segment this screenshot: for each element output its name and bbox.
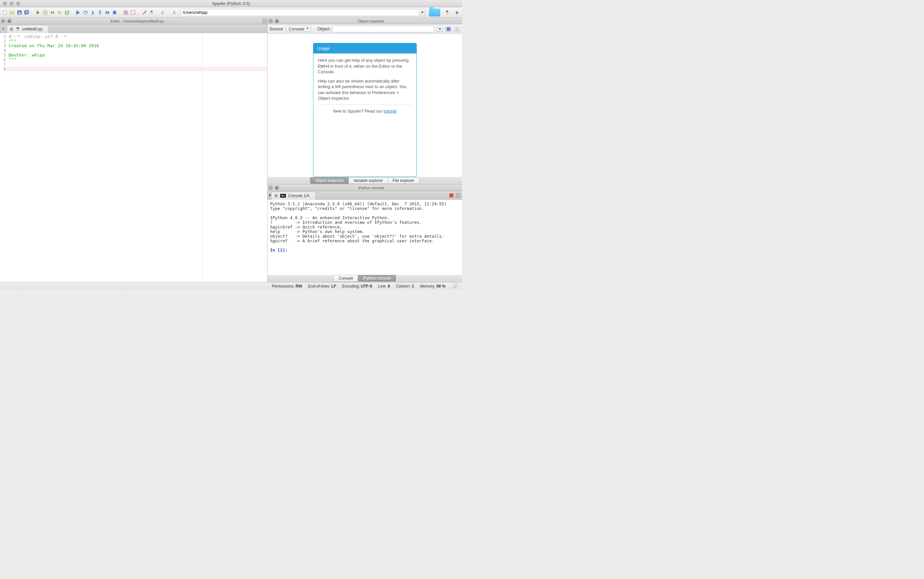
editor-pane-title: Editor - /Users/whipp/untitled0.py — [13, 19, 262, 23]
inspector-source-bar: Source Console Object — [267, 25, 462, 34]
status-column-label: Column: — [396, 284, 411, 288]
svg-point-7 — [85, 13, 86, 15]
back-icon[interactable] — [160, 10, 166, 16]
status-permissions-value: RW — [296, 284, 302, 288]
tutorial-link[interactable]: tutorial — [384, 109, 396, 114]
main-toolbar — [0, 7, 462, 18]
run-cell-advance-icon[interactable] — [49, 10, 56, 16]
pane-options-icon[interactable]: ◐ — [275, 19, 279, 23]
tab-console[interactable]: Console — [334, 275, 358, 281]
svg-point-8 — [92, 13, 93, 15]
close-tab-icon[interactable]: × — [10, 27, 13, 31]
object-dropdown-icon[interactable] — [437, 26, 443, 32]
console-tab-label: Console 1/A — [288, 193, 310, 198]
editor-tab[interactable]: × untitled0.py — [7, 25, 49, 33]
resize-grip-icon[interactable] — [453, 284, 457, 288]
run-icon[interactable] — [35, 10, 41, 16]
console-prompt: In [1]: — [270, 248, 290, 252]
tab-list-icon[interactable]: ▾ — [269, 193, 271, 198]
source-select[interactable]: Console — [286, 26, 311, 32]
console-output[interactable]: Python 3.5.1 |Anaconda 2.5.0 (x86_64)| (… — [267, 200, 462, 275]
line-gutter: 1 2 3 4 5 6 7 8 — [0, 33, 7, 282]
inspector-options-icon[interactable] — [454, 26, 460, 32]
pane-close-icon[interactable]: × — [269, 185, 273, 190]
status-permissions-label: Permissions: — [272, 284, 295, 288]
tab-variable-explorer[interactable]: Variable explorer — [349, 177, 388, 184]
svg-rect-15 — [456, 13, 458, 14]
browse-folder-icon[interactable] — [429, 8, 440, 16]
status-bar: Permissions: RW End-of-lines: LF Encodin… — [0, 282, 462, 290]
ipython-icon: IP: — [280, 194, 286, 198]
tab-file-explorer[interactable]: File explorer — [388, 177, 419, 184]
parent-dir-icon[interactable] — [454, 10, 460, 16]
svg-rect-4 — [25, 10, 29, 13]
step-over-icon[interactable] — [83, 10, 88, 16]
usage-card: Usage Here you can get help of any objec… — [313, 43, 417, 177]
save-icon[interactable] — [16, 10, 23, 16]
window-zoom-button[interactable] — [16, 2, 20, 6]
open-file-icon[interactable] — [9, 10, 15, 16]
svg-point-9 — [99, 10, 101, 11]
save-help-icon[interactable] — [446, 26, 451, 32]
console-tab[interactable]: × IP: Console 1/A — [271, 192, 316, 200]
tab-ipython-console[interactable]: IPython console — [358, 275, 396, 281]
fullscreen-icon[interactable] — [130, 10, 136, 16]
inspector-pane-header: × ◐ Object inspector — [267, 18, 462, 25]
status-memory-label: Memory: — [420, 284, 436, 288]
svg-rect-0 — [3, 11, 6, 15]
pane-menu-icon[interactable] — [262, 18, 267, 24]
editor-pane-header: × ◐ Editor - /Users/whipp/untitled0.py — [0, 18, 267, 25]
svg-rect-10 — [113, 11, 116, 14]
run-selection-icon[interactable] — [57, 10, 63, 16]
maximize-pane-icon[interactable] — [123, 10, 129, 16]
object-input[interactable] — [332, 26, 434, 32]
console-tab-switcher: Console IPython console — [267, 275, 462, 282]
stop-debug-icon[interactable] — [111, 10, 118, 16]
rerun-icon[interactable] — [64, 10, 70, 16]
step-out-icon[interactable] — [97, 10, 103, 16]
editor-tabstrip: ▾ × untitled0.py — [0, 25, 267, 33]
titlebar: Spyder (Python 3.5) — [0, 0, 462, 7]
close-tab-icon[interactable]: × — [274, 194, 278, 198]
code-area[interactable]: # -*- coding: utf-8 -*- """ Created on T… — [7, 33, 267, 282]
tab-object-inspector[interactable]: Object inspector — [310, 177, 349, 184]
continue-icon[interactable] — [104, 10, 110, 16]
working-directory-dropdown[interactable] — [420, 9, 425, 16]
python-icon[interactable] — [444, 10, 450, 16]
status-line-label: Line: — [378, 284, 387, 288]
inspector-tab-switcher: Object inspector Variable explorer File … — [267, 177, 462, 184]
svg-point-14 — [145, 11, 146, 12]
pane-options-icon[interactable]: ◐ — [7, 19, 11, 23]
console-pane-header: × ◐ IPython console — [267, 185, 462, 191]
svg-rect-13 — [131, 11, 135, 15]
forward-icon[interactable] — [171, 10, 177, 16]
status-eol-value: LF — [331, 284, 336, 288]
svg-rect-6 — [76, 11, 77, 15]
usage-title: Usage — [313, 43, 416, 54]
python-path-icon[interactable] — [149, 10, 154, 16]
console-options-icon[interactable] — [455, 193, 461, 198]
preferences-icon[interactable] — [141, 10, 147, 16]
pane-close-icon[interactable]: × — [1, 19, 5, 23]
status-column-value: 1 — [412, 284, 414, 288]
source-label: Source — [269, 26, 283, 31]
pane-close-icon[interactable]: × — [269, 19, 273, 23]
object-label: Object — [317, 26, 330, 31]
window-minimize-button[interactable] — [10, 2, 13, 6]
debug-icon[interactable] — [75, 10, 81, 16]
step-into-icon[interactable] — [90, 10, 96, 16]
window-close-button[interactable] — [3, 2, 7, 6]
run-cell-icon[interactable] — [42, 10, 48, 16]
usage-footer: New to Spyder? Read our tutorial — [318, 108, 412, 118]
svg-rect-12 — [125, 11, 127, 14]
tab-list-icon[interactable]: ▾ — [1, 25, 5, 32]
save-all-icon[interactable] — [24, 10, 30, 16]
svg-rect-2 — [18, 13, 20, 14]
pane-options-icon[interactable]: ◐ — [275, 185, 279, 190]
status-memory-value: 59 % — [437, 284, 446, 288]
usage-paragraph-2: Help can also be shown automatically aft… — [318, 78, 412, 101]
status-line-value: 8 — [388, 284, 390, 288]
new-file-icon[interactable] — [2, 10, 8, 16]
working-directory-input[interactable] — [180, 9, 419, 16]
code-editor[interactable]: 1 2 3 4 5 6 7 8 # -*- coding: utf-8 -*- … — [0, 33, 267, 282]
